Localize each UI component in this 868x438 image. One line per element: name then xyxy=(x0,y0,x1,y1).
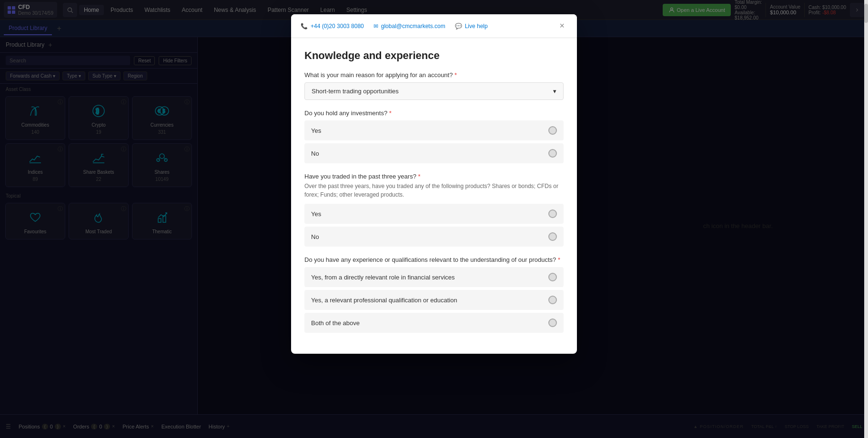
q4-option-2[interactable]: Yes, a relevant professional qualificati… xyxy=(304,290,564,310)
q3-yes-option[interactable]: Yes xyxy=(304,204,564,224)
modal-contact-bar: 📞 +44 (0)20 3003 8080 ✉ global@cmcmarket… xyxy=(291,14,577,38)
modal-overlay[interactable]: 📞 +44 (0)20 3003 8080 ✉ global@cmcmarket… xyxy=(0,0,868,438)
q3-required: * xyxy=(418,173,421,180)
q2-no-option[interactable]: No xyxy=(304,143,564,163)
q4-required: * xyxy=(558,256,560,263)
phone-link[interactable]: +44 (0)20 3003 8080 xyxy=(311,23,364,30)
contact-phone: 📞 +44 (0)20 3003 8080 xyxy=(301,23,364,30)
email-icon: ✉ xyxy=(373,23,378,30)
q2-required: * xyxy=(389,110,392,117)
q4-radio-3[interactable] xyxy=(548,319,557,327)
q2-yes-option[interactable]: Yes xyxy=(304,120,564,140)
q3-no-radio[interactable] xyxy=(548,232,557,241)
contact-email: ✉ global@cmcmarkets.com xyxy=(373,23,445,30)
phone-icon: 📞 xyxy=(301,23,308,30)
q2-label: Do you hold any investments? * xyxy=(304,110,564,117)
q3-label: Have you traded in the past three years?… xyxy=(304,173,564,180)
q1-dropdown[interactable]: Short-term trading opportunities ▾ xyxy=(304,82,564,100)
q4-option-1[interactable]: Yes, from a directly relevant role in fi… xyxy=(304,267,564,287)
q4-radio-1[interactable] xyxy=(548,273,557,281)
modal-title: Knowledge and experience xyxy=(304,50,564,62)
q3-no-option[interactable]: No xyxy=(304,227,564,247)
q3-section: Have you traded in the past three years?… xyxy=(304,173,564,247)
q4-radio-2[interactable] xyxy=(548,296,557,304)
modal-close-button[interactable]: × xyxy=(556,20,567,32)
q1-required: * xyxy=(454,71,457,79)
chat-icon: 💬 xyxy=(455,23,462,30)
q1-section: What is your main reason for applying fo… xyxy=(304,71,564,100)
q2-section: Do you hold any investments? * Yes No xyxy=(304,110,564,163)
q4-option-3[interactable]: Both of the above xyxy=(304,313,564,333)
q3-description: Over the past three years, have you trad… xyxy=(304,182,564,199)
modal-knowledge-experience: 📞 +44 (0)20 3003 8080 ✉ global@cmcmarket… xyxy=(291,14,577,354)
email-link[interactable]: global@cmcmarkets.com xyxy=(381,23,445,30)
q1-label: What is your main reason for applying fo… xyxy=(304,71,564,79)
q3-yes-radio[interactable] xyxy=(548,209,557,218)
q2-yes-radio[interactable] xyxy=(548,126,557,135)
contact-live-help[interactable]: 💬 Live help xyxy=(455,23,488,30)
q4-section: Do you have any experience or qualificat… xyxy=(304,256,564,333)
q4-label: Do you have any experience or qualificat… xyxy=(304,256,564,263)
live-help-link[interactable]: Live help xyxy=(465,23,488,30)
modal-body: Knowledge and experience What is your ma… xyxy=(291,38,577,354)
chevron-down-icon: ▾ xyxy=(553,88,556,95)
q2-no-radio[interactable] xyxy=(548,149,557,158)
